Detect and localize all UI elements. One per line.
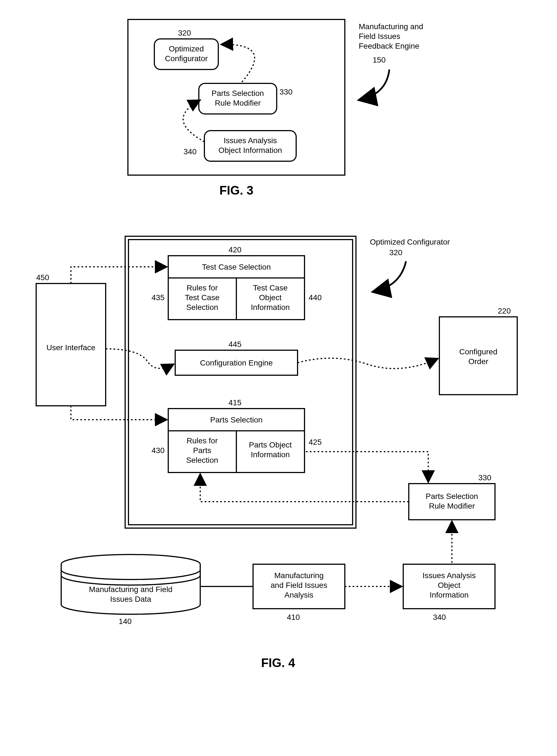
box425-l2: Information: [251, 450, 290, 459]
box440-l3: Information: [251, 303, 290, 312]
num-440: 440: [309, 293, 322, 302]
cyl140-l2: Issues Data: [110, 595, 151, 603]
box330-line1: Parts Selection: [212, 89, 264, 98]
fig4-group: Optimized Configurator 320 420 Test Case…: [36, 236, 517, 669]
box430-l2: Parts: [193, 446, 211, 455]
box425-l1: Parts Object: [249, 441, 292, 449]
cyl140-l1: Manufacturing and Field: [89, 585, 172, 594]
fig4-outside-label: Optimized Configurator: [370, 238, 450, 246]
box340b-l3: Information: [430, 591, 469, 599]
box340-line2: Object Information: [218, 146, 282, 155]
cylinder-mfg-field-issues-data: Manufacturing and Field Issues Data: [61, 555, 200, 614]
box330b-l1: Parts Selection: [426, 492, 478, 501]
num-435: 435: [151, 293, 165, 302]
num-445: 445: [229, 340, 242, 349]
box440-l1: Test Case: [253, 284, 288, 292]
arrow-ui-to-config-engine: [106, 349, 174, 368]
box430-l3: Selection: [186, 456, 218, 465]
diagram-canvas: Manufacturing and Field Issues Feedback …: [0, 0, 557, 756]
box430-l1: Rules for: [186, 436, 218, 445]
num-420: 420: [229, 245, 242, 254]
box220-l2: Order: [468, 357, 488, 366]
fig3-num-150: 150: [373, 56, 386, 64]
box320-line1: Optimized: [169, 44, 204, 53]
group-parts-selection: 415 Parts Selection Rules for Parts Sele…: [151, 398, 322, 472]
num-425: 425: [309, 438, 322, 446]
fig4-num-320: 320: [389, 248, 402, 257]
box340b-l1: Issues Analysis: [422, 571, 475, 580]
box435-l3: Selection: [186, 303, 218, 312]
box435-l1: Rules for: [186, 284, 218, 292]
box410-l2: and Field Issues: [270, 581, 327, 590]
box330-line2: Rule Modifier: [215, 99, 261, 107]
num-410: 410: [287, 613, 300, 622]
box435-l2: Test Case: [185, 293, 220, 302]
box340-line1: Issues Analysis: [224, 136, 277, 145]
fig4-leader-arrow: [373, 261, 406, 292]
num-140: 140: [119, 617, 132, 626]
fig3-leader-arrow: [359, 69, 389, 100]
box330b-l2: Rule Modifier: [429, 502, 475, 510]
fig3-group: Manufacturing and Field Issues Feedback …: [128, 20, 423, 197]
box445-text: Configuration Engine: [200, 358, 273, 367]
box340b-l2: Object: [438, 581, 461, 590]
arrow-parts-to-rule-modifier: [306, 452, 428, 482]
num-220: 220: [498, 307, 511, 315]
box410-l1: Manufacturing: [274, 571, 323, 580]
box450-text: User Interface: [47, 343, 95, 352]
arrow-config-to-order: [297, 358, 438, 369]
fig3-caption: FIG. 3: [219, 183, 253, 197]
box-test-case-selection: Test Case Selection: [202, 263, 270, 271]
arrow-ui-to-parts-selection: [71, 406, 167, 420]
fig3-outside-label-line2: Field Issues: [359, 32, 400, 40]
arrow-rule-modifier-to-rules: [200, 474, 409, 502]
group-test-case-selection: 420 Test Case Selection Rules for Test C…: [151, 245, 322, 320]
box410-l3: Analysis: [285, 591, 314, 599]
num-330: 330: [280, 88, 293, 96]
fig3-outside-label-line3: Feedback Engine: [359, 42, 419, 50]
num-415: 415: [229, 398, 242, 407]
fig4-caption: FIG. 4: [261, 656, 295, 669]
box320-line2: Configurator: [165, 54, 208, 63]
num-340b: 340: [433, 613, 446, 622]
num-340: 340: [183, 147, 197, 156]
num-450: 450: [36, 273, 49, 282]
arrow-330-to-320: [221, 44, 255, 82]
fig3-outside-label-line1: Manufacturing and: [359, 22, 423, 31]
num-430: 430: [151, 446, 165, 455]
box220-l1: Configured: [460, 347, 498, 356]
arrow-ui-to-testcase: [71, 267, 167, 284]
num-330b: 330: [478, 473, 491, 482]
box-parts-selection: Parts Selection: [210, 415, 263, 424]
box440-l2: Object: [259, 293, 282, 302]
num-320: 320: [178, 29, 191, 37]
